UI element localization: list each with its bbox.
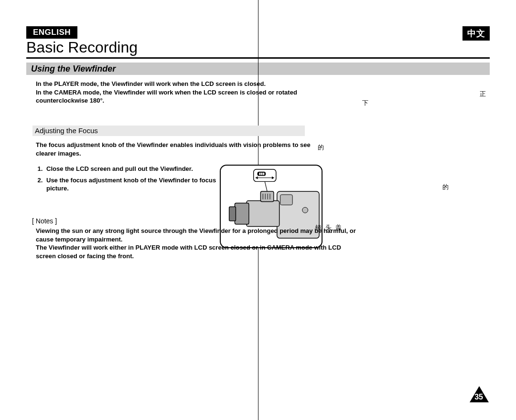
step-item: Close the LCD screen and pull out the Vi… [44,165,227,173]
svg-rect-8 [247,201,280,227]
svg-rect-10 [229,207,236,220]
page-number-badge: 35 [469,385,490,403]
focus-description: The focus adjustment knob of the Viewfin… [36,141,332,158]
notes-body: Viewing the sun or any strong light sour… [36,227,361,260]
note-item: The Viewfinder will work either in PLAYE… [36,243,361,260]
svg-rect-4 [263,173,264,175]
intro-text: In the PLAYER mode, the Viewfinder will … [36,80,303,105]
svg-rect-2 [259,173,260,175]
steps-list: Close the LCD screen and pull out the Vi… [36,165,227,196]
stray-glyph: 的 [318,143,324,152]
subsection-heading: Adjusting the Focus [32,126,305,136]
notes-label: [ Notes ] [32,217,57,225]
stray-glyph: 正 [480,90,486,98]
svg-rect-6 [280,195,293,205]
note-item: Viewing the sun or any strong light sour… [36,227,361,243]
stray-glyph: 镜头盖 [315,223,345,232]
stray-glyph: 的 [442,183,449,191]
language-badge-english: ENGLISH [26,26,77,39]
svg-point-7 [302,207,308,213]
stray-glyph: 下 [362,99,368,107]
page-number: 35 [474,393,483,401]
language-badge-chinese: 中文 [462,26,490,41]
intro-line-2: In the CAMERA mode, the Viewfinder will … [36,88,303,105]
svg-rect-3 [261,173,262,175]
page-content: ENGLISH 中文 Basic Recording Using the Vie… [26,26,490,403]
section-heading: Using the Viewfinder [26,63,258,75]
title-rule [26,57,490,59]
step-item: Use the focus adjustment knob of the Vie… [44,176,227,193]
intro-line-1: In the PLAYER mode, the Viewfinder will … [36,80,303,88]
page-title: Basic Recording [26,39,138,56]
svg-rect-9 [235,203,248,224]
svg-rect-11 [260,191,273,202]
section-heading-right [258,63,490,75]
